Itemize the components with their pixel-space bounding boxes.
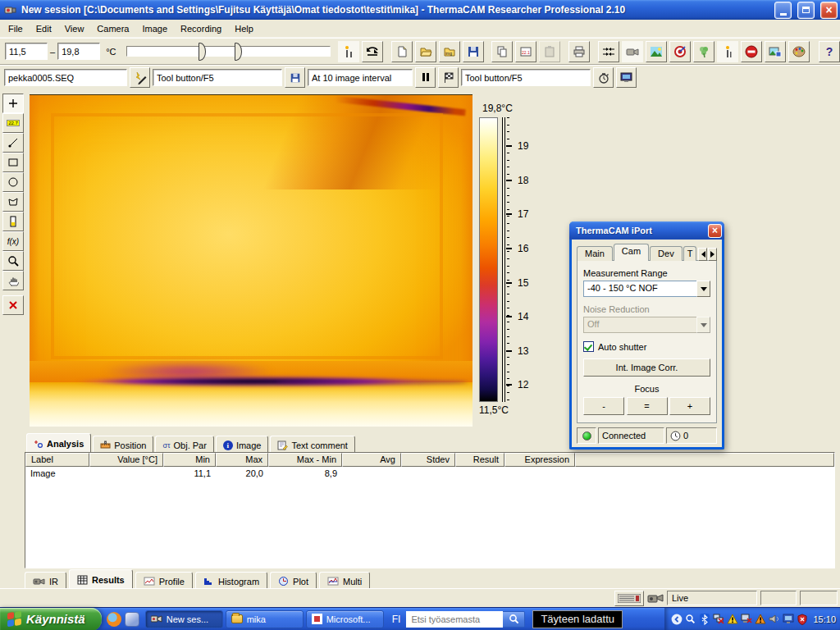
palette-button[interactable] [788,41,810,62]
language-indicator[interactable]: FI [386,614,407,625]
tab-results[interactable]: Results [69,569,133,588]
taskbar-button-mika[interactable]: mika [226,610,304,628]
table-row[interactable]: Image 11,1 20,0 8,9 [25,467,834,481]
pause-button[interactable] [415,67,436,88]
polygon-tool[interactable] [2,192,24,212]
tab-plot[interactable]: Plot [270,572,317,588]
isotherm-tool[interactable] [2,212,24,231]
search-input[interactable] [406,611,503,628]
color-scale-bar[interactable] [479,117,498,402]
menu-camera[interactable]: Camera [90,21,135,36]
paste-button[interactable] [539,41,560,62]
rectangle-tool[interactable] [2,153,24,172]
warning-display-icon[interactable] [726,613,738,625]
start-button[interactable]: Käynnistä [0,608,102,630]
tab-analysis[interactable]: Analysis [26,433,91,452]
menu-image[interactable]: Image [135,21,174,36]
menu-help[interactable]: Help [228,21,260,36]
iport-tab-cam[interactable]: Cam [614,244,649,261]
lucky-button[interactable] [693,41,714,62]
copy-date-button[interactable]: 22.1 [515,41,536,62]
tab-profile[interactable]: Profile [135,572,193,588]
level-span-slider[interactable] [126,43,330,61]
tab-ir[interactable]: IR [25,572,66,588]
menu-view[interactable]: View [58,21,91,36]
security-shield-icon[interactable] [796,613,808,625]
tray-search-icon[interactable] [684,613,696,625]
col-max-min[interactable]: Max - Min [268,453,342,467]
col-stdev[interactable]: Stdev [401,453,455,467]
taskbar-clock[interactable]: 15:10 [813,614,836,624]
formula-tool[interactable]: f(x) [2,231,24,251]
minimize-button[interactable] [774,2,792,19]
iport-tab-truncated[interactable]: T [683,246,697,261]
col-expression[interactable]: Expression [504,453,575,467]
firefox-icon[interactable] [107,612,121,627]
focus-near-button[interactable]: - [583,397,624,415]
search-button[interactable] [503,611,525,628]
network-disconnected-icon[interactable] [712,613,724,625]
auto-shutter-checkbox[interactable] [583,341,594,352]
line-tool[interactable] [2,133,24,153]
col-max[interactable]: Max [216,453,268,467]
scale-min-input[interactable] [5,43,48,60]
scale-max-input[interactable] [57,43,100,60]
stop-tool-button-input[interactable] [461,69,591,86]
focus-far-button[interactable]: + [669,397,710,415]
device-error-icon[interactable] [740,613,752,625]
isotherm-candle-toggle[interactable] [338,41,359,62]
tray-collapse-chevron[interactable] [670,613,682,625]
tab-text-comment[interactable]: Text comment [270,436,354,452]
col-min[interactable]: Min [163,453,216,467]
pointer-tool[interactable] [2,94,24,113]
display-settings-icon[interactable] [782,613,794,625]
dropdown-button[interactable] [696,281,710,297]
menu-edit[interactable]: Edit [30,21,58,36]
timer-button[interactable] [593,67,614,88]
restore-button[interactable] [797,2,815,19]
focus-auto-button[interactable]: = [627,397,668,415]
taskbar-button-microsoft[interactable]: Microsoft... [306,610,384,628]
target-button[interactable] [669,41,691,62]
isotherm-button[interactable] [717,41,738,62]
sequence-filename-input[interactable] [4,69,127,86]
iport-tab-dev[interactable]: Dev [650,246,682,261]
auto-adjust-button[interactable] [362,41,383,62]
view-image-button[interactable] [646,41,667,62]
taskbar-button-new-session[interactable]: New ses... [145,610,223,628]
image-settings-button[interactable] [765,41,786,62]
close-button[interactable]: × [820,2,838,19]
zoom-tool[interactable] [2,251,24,271]
tab-multi[interactable]: Multi [319,572,370,588]
help-button[interactable]: ? [819,41,840,62]
stop-condition-button[interactable] [438,67,459,88]
fit-window-button[interactable] [598,41,619,62]
tab-obj-par[interactable]: στ Obj. Par [155,436,213,452]
spot-tool[interactable]: 22.7 [2,113,24,133]
volume-icon[interactable] [768,613,780,625]
ir-thermal-image[interactable] [30,94,472,427]
measurement-range-select[interactable]: -40 - 150 °C NOF [583,281,710,297]
keyboard-button[interactable] [614,591,644,606]
delete-tool[interactable] [2,295,24,315]
print-button[interactable] [568,41,590,62]
iport-title-bar[interactable]: ThermaCAM iPort × [569,221,724,240]
bluetooth-icon[interactable] [698,613,710,625]
tab-histogram[interactable]: Histogram [195,572,267,588]
iport-tab-main[interactable]: Main [577,246,613,261]
open-button[interactable] [415,41,436,62]
record-tool-button-input[interactable] [153,69,282,86]
record-condition-button[interactable] [130,67,150,88]
pan-tool[interactable] [2,271,24,290]
warning-triangle-icon[interactable] [754,613,766,625]
col-result[interactable]: Result [455,453,504,467]
tab-position[interactable]: Position [93,436,153,452]
col-avg[interactable]: Avg [342,453,401,467]
tab-image[interactable]: i Image [216,436,269,452]
menu-recording[interactable]: Recording [174,21,228,36]
tab-scroll-left-button[interactable] [698,248,707,261]
iport-close-button[interactable]: × [708,224,722,238]
col-value[interactable]: Value [°C] [89,453,163,467]
interval-input[interactable] [308,69,413,86]
menu-file[interactable]: File [2,21,30,36]
